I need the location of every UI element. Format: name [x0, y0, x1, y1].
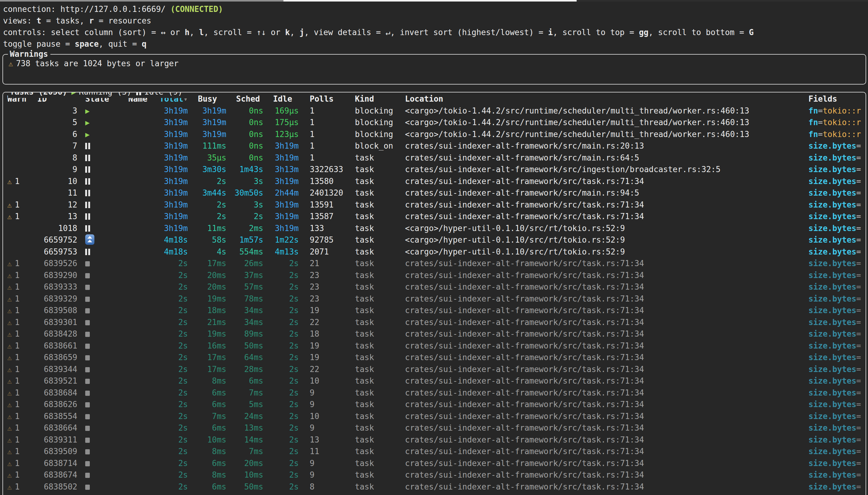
column-header-label: Busy [198, 94, 217, 103]
cell-location: crates/sui-indexer-alt-framework/src/tas… [400, 175, 803, 187]
task-row[interactable]: 66597534m18s4s554ms4m13s2071task<cargo>/… [3, 246, 866, 258]
task-row[interactable]: 73h19m111ms0ns3h19m1block_oncrates/sui-i… [3, 140, 866, 152]
task-row[interactable]: 6▶3h19m3h19m0ns123µs1blocking<cargo>/tok… [3, 129, 866, 140]
task-row[interactable]: 10183h19m11ms2ms3h19m133task<cargo>/hype… [3, 222, 866, 234]
cell-idle: 2s [269, 270, 302, 281]
task-row[interactable]: ⚠168392902s20ms37ms2s23taskcrates/sui-in… [3, 270, 866, 281]
column-header-polls[interactable]: Polls [302, 93, 351, 105]
idle-pause-icon [136, 92, 141, 95]
cell-state [81, 187, 125, 199]
task-row[interactable]: ⚠168393012s21ms34ms2s22taskcrates/sui-in… [3, 317, 866, 328]
cell-polls: 13591 [302, 199, 351, 211]
cell-location: crates/sui-indexer-alt-framework/src/tas… [400, 387, 803, 399]
task-row[interactable]: ⚠1133h19m2s2s3h19m13587taskcrates/sui-in… [3, 210, 866, 222]
task-row[interactable]: ⚠168395082s18ms34ms2s19taskcrates/sui-in… [3, 305, 866, 317]
cell-state [81, 340, 125, 352]
task-row[interactable]: ⚠168386592s17ms64ms2s19taskcrates/sui-in… [3, 352, 866, 363]
cell-total: 2s [154, 328, 194, 340]
column-header-kind[interactable]: Kind [351, 93, 400, 105]
field-value: tokio::r [823, 106, 861, 115]
cell-total: 2s [154, 398, 194, 410]
task-row[interactable]: ⚠168386842s6ms7ms2s9taskcrates/sui-index… [3, 387, 866, 399]
warning-icon: ⚠ [7, 447, 12, 456]
task-row[interactable]: ⚠1123h19m2s3s3h19m13591taskcrates/sui-in… [3, 199, 866, 211]
stopped-icon [85, 320, 90, 325]
task-row[interactable]: ⚠168385022s6ms50ms2s8taskcrates/sui-inde… [3, 481, 866, 493]
field-key: size.bytes [808, 224, 856, 233]
task-row[interactable]: 93h19m3m30s1m43s3h13m3322633taskcrates/s… [3, 164, 866, 175]
cell-idle: 2s [269, 363, 302, 375]
task-row[interactable]: ⚠168393112s10ms14ms2s13taskcrates/sui-in… [3, 434, 866, 446]
task-row[interactable]: 113h19m3m44s30m50s2h44m2401320taskcrates… [3, 187, 866, 199]
cell-location: crates/sui-indexer-alt-framework/src/tas… [400, 328, 803, 340]
key-hint: t [37, 16, 41, 25]
task-row[interactable]: ⚠168395092s8ms7ms2s11taskcrates/sui-inde… [3, 446, 866, 458]
cell-total: 3h19m [154, 152, 194, 164]
cell-sched: 0ns [231, 117, 269, 129]
task-row[interactable]: 83h19m35µs0ns3h19m1taskcrates/sui-indexe… [3, 152, 866, 164]
cell-idle: 2s [269, 328, 302, 340]
warning-icon: ⚠ [7, 353, 12, 362]
cell-sched: 0ns [231, 129, 269, 140]
cell-kind: blocking [351, 117, 400, 129]
field-key: size.bytes [808, 235, 856, 244]
warning-icon: ⚠ [7, 212, 12, 221]
cell-warn: ⚠1 [3, 352, 32, 363]
cell-fields: size.bytes= [803, 375, 866, 387]
window-top-strip [0, 0, 868, 1]
cell-name [125, 410, 154, 422]
cell-polls: 23 [302, 293, 351, 305]
cell-kind: task [351, 199, 400, 211]
running-icon: ▶ [71, 92, 76, 97]
task-row[interactable]: ⚠168395262s17ms26ms2s21taskcrates/sui-in… [3, 258, 866, 270]
task-row[interactable]: ⚠168386612s16ms50ms2s19taskcrates/sui-in… [3, 340, 866, 352]
cell-idle: 2s [269, 481, 302, 493]
task-row[interactable]: ⚠168386262s6ms5ms2s9taskcrates/sui-index… [3, 398, 866, 410]
column-header-location[interactable]: Location [400, 93, 803, 105]
task-row[interactable]: ⚠168386742s8ms10ms2s9taskcrates/sui-inde… [3, 469, 866, 481]
cell-idle: 123µs [269, 129, 302, 140]
cell-fields: size.bytes= [803, 469, 866, 481]
task-row[interactable]: ⚠168385542s7ms24ms2s10taskcrates/sui-ind… [3, 410, 866, 422]
cell-polls: 22 [302, 363, 351, 375]
cell-sched: 2s [231, 210, 269, 222]
cell-warn: ⚠1 [3, 398, 32, 410]
cell-total: 2s [154, 410, 194, 422]
cell-busy: 6ms [194, 387, 231, 399]
task-row[interactable]: 5▶3h19m3h19m0ns175µs1blocking<cargo>/tok… [3, 117, 866, 129]
task-row[interactable]: 66597524m18s58s1m57s1m22s92785task<cargo… [3, 234, 866, 246]
key-hint: i [548, 28, 553, 37]
cell-location: crates/sui-indexer-alt-framework/src/tas… [400, 375, 803, 387]
cell-fields: size.bytes= [803, 246, 866, 258]
task-row[interactable]: ⚠1103h19m2s3s3h19m13580taskcrates/sui-in… [3, 175, 866, 187]
cell-sched: 37ms [231, 270, 269, 281]
cell-sched: 1m43s [231, 164, 269, 175]
text-segment: = tasks, [41, 16, 89, 25]
cell-busy: 3h19m [194, 117, 231, 129]
idle-icon [85, 202, 90, 208]
column-header-busy[interactable]: Busy [194, 93, 231, 105]
field-key: size.bytes [808, 423, 856, 432]
task-row[interactable]: ⚠168384282s19ms89ms2s18taskcrates/sui-in… [3, 328, 866, 340]
column-header-label: Idle [273, 94, 292, 103]
warning-icon: ⚠ [7, 295, 12, 303]
task-row[interactable]: ⚠168386642s6ms13ms2s9taskcrates/sui-inde… [3, 422, 866, 434]
cell-name [125, 398, 154, 410]
cell-location: <cargo>/tokio-1.44.2/src/runtime/schedul… [400, 129, 803, 140]
task-row[interactable]: ⚠168395212s8ms6ms2s10taskcrates/sui-inde… [3, 375, 866, 387]
cell-idle: 4m13s [269, 246, 302, 258]
cell-id: 6839311 [32, 434, 81, 446]
column-header-idle[interactable]: Idle [269, 93, 302, 105]
field-separator: = [856, 177, 861, 186]
stopped-icon [85, 332, 90, 337]
task-row[interactable]: ⚠168393292s19ms78ms2s23taskcrates/sui-in… [3, 293, 866, 305]
task-row[interactable]: 3▶3h19m3h19m0ns169µs1blocking<cargo>/tok… [3, 105, 866, 117]
task-row[interactable]: ⚠168387142s6ms20ms2s9taskcrates/sui-inde… [3, 458, 866, 470]
column-header-sched[interactable]: Sched [231, 93, 269, 105]
column-header-fields[interactable]: Fields [803, 93, 866, 105]
task-row[interactable]: ⚠168393442s17ms28ms2s22taskcrates/sui-in… [3, 363, 866, 375]
task-row[interactable]: ⚠168393332s20ms57ms2s23taskcrates/sui-in… [3, 281, 866, 293]
cell-name [125, 175, 154, 187]
stopped-icon [85, 426, 90, 431]
cell-polls: 23 [302, 270, 351, 281]
